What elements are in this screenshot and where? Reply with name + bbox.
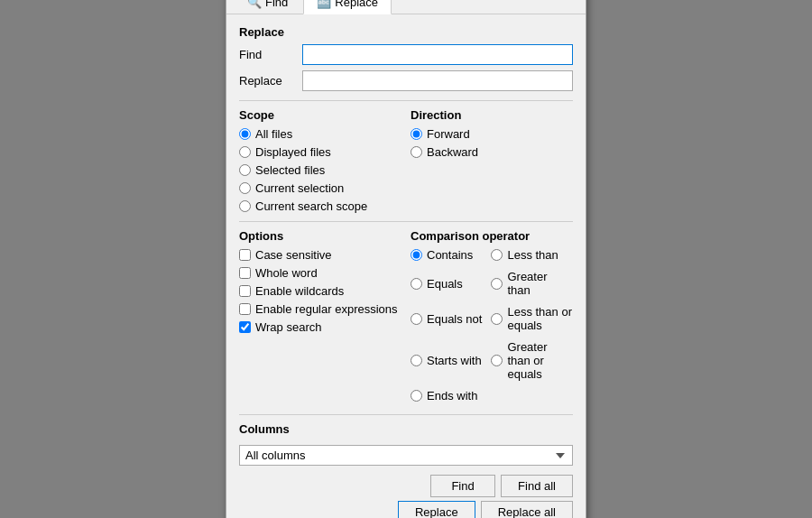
scope-current-search-scope-label[interactable]: Current search scope — [255, 199, 367, 213]
option-enable-wildcards: Enable wildcards — [239, 284, 401, 298]
comp-greater-than: Greater than — [491, 270, 573, 297]
option-wrap-search-label[interactable]: Wrap search — [255, 320, 321, 334]
replace-row: Replace — [239, 70, 573, 91]
option-whole-word: Whole word — [239, 266, 401, 280]
comp-greater-than-equals: Greater than or equals — [491, 340, 573, 381]
scope-section: Scope All files Displayed files Selected… — [239, 108, 411, 217]
option-enable-regex: Enable regular expressions — [239, 302, 401, 316]
comparison-section: Comparison operator Contains Less than E… — [401, 229, 573, 407]
replace-tab-label: Replace — [335, 0, 378, 9]
comp-ends-with-label[interactable]: Ends with — [427, 389, 477, 402]
replace-label: Replace — [239, 74, 302, 88]
dialog-content: Replace Find Replace Scope All files Dis — [226, 14, 586, 518]
direction-backward-label[interactable]: Backward — [427, 145, 478, 159]
comp-less-than: Less than — [491, 248, 573, 262]
options-section: Options Case sensitive Whole word Enable… — [239, 229, 401, 407]
comp-equals-not: Equals not — [411, 305, 482, 332]
comp-equals-label[interactable]: Equals — [427, 277, 463, 291]
replace-input[interactable] — [302, 70, 573, 91]
replace-section-title: Replace — [239, 25, 573, 39]
direction-forward-label[interactable]: Forward — [427, 127, 470, 141]
find-label: Find — [239, 48, 302, 61]
find-tab-icon: 🔍 — [247, 0, 262, 9]
option-whole-word-label[interactable]: Whole word — [255, 266, 318, 280]
scope-current-selection-label[interactable]: Current selection — [255, 181, 344, 195]
comp-contains-label[interactable]: Contains — [427, 248, 473, 262]
direction-title: Direction — [411, 108, 573, 122]
columns-dropdown[interactable]: All columns — [239, 445, 573, 466]
comp-starts-with-label[interactable]: Starts with — [427, 354, 482, 367]
comp-less-than-equals-label[interactable]: Less than or equals — [507, 305, 573, 332]
find-tab-label: Find — [265, 0, 288, 9]
button-row-1: Find Find all — [239, 475, 573, 497]
scope-current-search-scope: Current search scope — [239, 199, 401, 213]
option-case-sensitive-label[interactable]: Case sensitive — [255, 248, 332, 262]
tab-bar: 🔍 Find 🔤 Replace — [226, 0, 586, 14]
columns-section: Columns All columns — [239, 414, 573, 466]
comp-ends-with: Ends with — [411, 389, 482, 402]
replace-tab-icon: 🔤 — [317, 0, 331, 9]
find-all-button[interactable]: Find all — [501, 475, 573, 497]
scope-displayed-files-label[interactable]: Displayed files — [255, 145, 331, 159]
find-input[interactable] — [302, 44, 573, 65]
option-wrap-search: Wrap search — [239, 320, 401, 334]
button-row-2: Replace Replace all — [239, 501, 573, 518]
comp-contains: Contains — [411, 248, 482, 262]
find-button[interactable]: Find — [430, 475, 495, 497]
scope-selected-files: Selected files — [239, 163, 401, 177]
scope-selected-files-label[interactable]: Selected files — [255, 163, 325, 177]
comp-greater-than-label[interactable]: Greater than — [507, 270, 573, 297]
scope-current-selection: Current selection — [239, 181, 401, 195]
replace-dialog: 🔤 Replace ? ✕ 🔍 Find 🔤 Replace Replace F… — [226, 0, 586, 518]
option-enable-wildcards-label[interactable]: Enable wildcards — [255, 284, 344, 298]
tab-replace[interactable]: 🔤 Replace — [303, 0, 392, 14]
comparison-title: Comparison operator — [411, 229, 573, 243]
direction-forward: Forward — [411, 127, 573, 141]
find-row: Find — [239, 44, 573, 65]
tab-find[interactable]: 🔍 Find — [234, 0, 301, 14]
comp-equals: Equals — [411, 270, 482, 297]
scope-displayed-files: Displayed files — [239, 145, 401, 159]
replace-button[interactable]: Replace — [398, 501, 475, 518]
comp-greater-than-equals-label[interactable]: Greater than or equals — [507, 340, 573, 381]
option-enable-regex-label[interactable]: Enable regular expressions — [255, 302, 398, 316]
scope-title: Scope — [239, 108, 401, 122]
comparison-grid: Contains Less than Equals Greater than — [411, 248, 573, 407]
comp-equals-not-label[interactable]: Equals not — [427, 312, 482, 326]
scope-all-files: All files — [239, 127, 401, 141]
scope-all-files-label[interactable]: All files — [255, 127, 292, 141]
replace-all-button[interactable]: Replace all — [481, 501, 573, 518]
options-comparison-section: Options Case sensitive Whole word Enable… — [239, 221, 573, 407]
columns-title: Columns — [239, 422, 573, 436]
options-title: Options — [239, 229, 401, 243]
option-case-sensitive: Case sensitive — [239, 248, 401, 262]
direction-section: Direction Forward Backward — [411, 108, 573, 217]
comp-less-than-equals: Less than or equals — [491, 305, 573, 332]
comp-less-than-label[interactable]: Less than — [507, 248, 558, 262]
comp-starts-with: Starts with — [411, 340, 482, 381]
direction-backward: Backward — [411, 145, 573, 159]
